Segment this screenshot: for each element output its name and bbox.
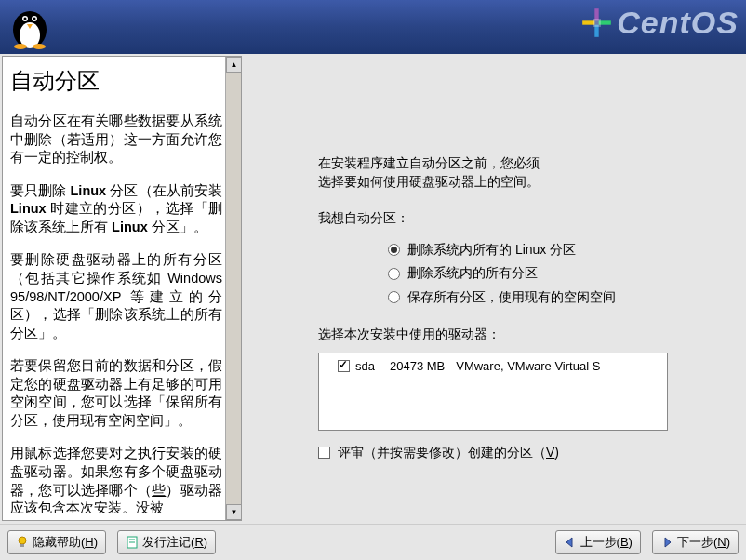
review-checkbox[interactable] — [318, 447, 330, 459]
next-label: 下一步(N) — [677, 534, 730, 551]
release-notes-button[interactable]: 发行注记(R) — [117, 530, 216, 554]
option-label-0: 删除系统内所有的 Linux 分区 — [407, 241, 576, 260]
lightbulb-icon — [16, 536, 29, 549]
svg-point-7 — [14, 44, 27, 49]
option-label-1: 删除系统内的所有分区 — [407, 264, 538, 283]
scroll-down-arrow-icon[interactable]: ▼ — [226, 504, 242, 520]
svg-point-4 — [24, 18, 27, 20]
svg-rect-13 — [593, 19, 601, 27]
next-button[interactable]: 下一步(N) — [652, 530, 739, 554]
option-remove-all[interactable]: 删除系统内的所有分区 — [388, 264, 718, 283]
back-label: 上一步(B) — [580, 534, 633, 551]
drives-list[interactable]: sda 20473 MB VMware, VMware Virtual S — [318, 353, 668, 431]
help-para-0: 自动分区在有关哪些数据要从系统中删除（若适用）这一方面允许您有一定的控制权。 — [10, 113, 222, 167]
hide-help-label: 隐藏帮助(H) — [33, 534, 98, 551]
content-area: 自动分区 自动分区在有关哪些数据要从系统中删除（若适用）这一方面允许您有一定的控… — [0, 54, 746, 524]
drive-size: 20473 MB — [390, 359, 445, 373]
drive-checkbox[interactable] — [338, 360, 350, 372]
review-label: 评审（并按需要修改）创建的分区（V) — [338, 444, 559, 462]
footer: 隐藏帮助(H) 发行注记(R) 上一步(B) 下一步(N) — [0, 524, 746, 559]
svg-marker-20 — [665, 538, 671, 547]
drive-name: sda — [355, 359, 375, 373]
arrow-left-icon — [564, 536, 577, 549]
scroll-up-arrow-icon[interactable]: ▲ — [226, 57, 242, 73]
help-title: 自动分区 — [10, 66, 222, 96]
option-remove-linux[interactable]: 删除系统内所有的 Linux 分区 — [388, 241, 718, 260]
svg-rect-15 — [20, 544, 24, 547]
svg-point-14 — [19, 537, 26, 544]
help-para-4: 用鼠标选择您要对之执行安装的硬盘驱动器。如果您有多个硬盘驱动器，您可以选择哪个（… — [10, 445, 222, 513]
main-panel: 在安装程序建立自动分区之前，您必须 选择要如何使用硬盘驱动器上的空间。 我想自动… — [244, 54, 746, 524]
intro-line-2: 选择要如何使用硬盘驱动器上的空间。 — [318, 173, 718, 192]
radio-icon — [388, 291, 400, 303]
arrow-right-icon — [660, 536, 673, 549]
svg-point-8 — [33, 44, 46, 49]
help-para-1: 要只删除 Linux 分区（在从前安装 Linux 时建立的分区），选择「删除该… — [10, 182, 222, 237]
drive-row-sda[interactable]: sda 20473 MB VMware, VMware Virtual S — [325, 359, 661, 373]
intro-line-1: 在安装程序建立自动分区之前，您必须 — [318, 154, 718, 173]
option-label-2: 保存所有分区，使用现有的空闲空间 — [407, 288, 616, 307]
option-keep-all[interactable]: 保存所有分区，使用现有的空闲空间 — [388, 288, 718, 307]
help-scrollbar[interactable]: ▲ ▼ — [225, 57, 241, 520]
partition-question: 我想自动分区： — [318, 209, 718, 228]
help-scroll: 自动分区 自动分区在有关哪些数据要从系统中删除（若适用）这一方面允许您有一定的控… — [3, 57, 226, 513]
help-panel: 自动分区 自动分区在有关哪些数据要从系统中删除（若适用）这一方面允许您有一定的控… — [2, 56, 242, 521]
back-button[interactable]: 上一步(B) — [555, 530, 641, 554]
drive-model: VMware, VMware Virtual S — [456, 359, 600, 373]
document-icon — [126, 536, 139, 549]
centos-logo-icon — [580, 7, 613, 39]
svg-point-5 — [33, 18, 36, 20]
help-para-2: 要删除硬盘驱动器上的所有分区（包括其它操作系统如 Windows 95/98/N… — [10, 251, 222, 342]
release-notes-label: 发行注记(R) — [142, 534, 207, 551]
header: CentOS — [0, 0, 746, 54]
intro-text: 在安装程序建立自动分区之前，您必须 选择要如何使用硬盘驱动器上的空间。 — [318, 154, 718, 191]
partition-options: 删除系统内所有的 Linux 分区 删除系统内的所有分区 保存所有分区，使用现有… — [388, 241, 718, 307]
drives-label: 选择本次安装中使用的驱动器： — [318, 326, 718, 344]
penguin-logo — [5, 0, 56, 51]
radio-icon — [388, 244, 400, 256]
help-para-3: 若要保留您目前的数据和分区，假定您的硬盘驱动器上有足够的可用空闲空间，您可以选择… — [10, 357, 222, 430]
centos-brand: CentOS — [580, 5, 739, 41]
review-partitions[interactable]: 评审（并按需要修改）创建的分区（V) — [318, 444, 718, 462]
radio-icon — [388, 268, 400, 280]
svg-marker-19 — [566, 538, 572, 547]
hide-help-button[interactable]: 隐藏帮助(H) — [7, 530, 106, 554]
